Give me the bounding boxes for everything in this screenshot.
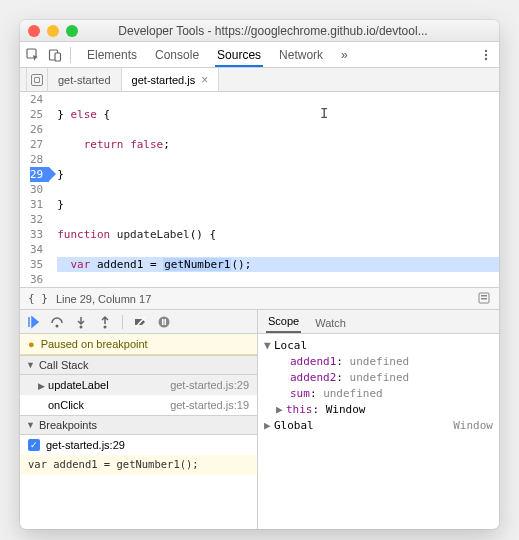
frame-location: get-started.js:19 — [170, 399, 249, 411]
tab-console[interactable]: Console — [153, 43, 201, 67]
tab-scope[interactable]: Scope — [266, 311, 301, 333]
breakpoints-header[interactable]: ▼ Breakpoints — [20, 415, 257, 435]
window-title: Developer Tools - https://googlechrome.g… — [85, 24, 491, 38]
pretty-print-icon[interactable]: { } — [28, 292, 48, 305]
step-into-icon[interactable] — [74, 315, 88, 329]
svg-point-13 — [159, 316, 170, 327]
svg-point-3 — [485, 49, 487, 51]
scope-local[interactable]: ▼Local — [264, 338, 493, 354]
svg-rect-2 — [55, 53, 61, 61]
line-number[interactable]: 35 — [30, 257, 43, 272]
line-number[interactable]: 27 — [30, 137, 43, 152]
file-tab-label: get-started — [58, 74, 111, 86]
device-icon[interactable] — [48, 48, 62, 62]
scope-var[interactable]: addend2: undefined — [264, 370, 493, 386]
file-tab-get-started-js[interactable]: get-started.js × — [122, 68, 220, 91]
scope-var[interactable]: addend1: undefined — [264, 354, 493, 370]
line-number[interactable]: 25 — [30, 107, 43, 122]
svg-rect-14 — [162, 319, 164, 325]
paused-message: Paused on breakpoint — [41, 338, 148, 350]
svg-point-9 — [56, 324, 59, 327]
scope-global[interactable]: ▶Global Window — [264, 418, 493, 434]
deactivate-breakpoints-icon[interactable] — [133, 315, 147, 329]
cursor-position: Line 29, Column 17 — [56, 293, 151, 305]
frame-location: get-started.js:29 — [170, 379, 249, 391]
gutter[interactable]: 24 25 26 27 28 29 30 31 32 33 34 35 36 — [20, 92, 49, 287]
disclosure-down-icon: ▼ — [264, 338, 274, 354]
file-tabs: get-started get-started.js × — [20, 68, 499, 92]
code-body[interactable]: } else { return false; } } function upda… — [49, 92, 499, 287]
file-tab-label: get-started.js — [132, 74, 196, 86]
scope-tabs: Scope Watch — [258, 310, 499, 334]
line-number[interactable]: 31 — [30, 197, 43, 212]
code-editor[interactable]: 24 25 26 27 28 29 30 31 32 33 34 35 36 }… — [20, 92, 499, 287]
svg-rect-8 — [481, 298, 487, 300]
scope-this[interactable]: ▶this: Window — [264, 402, 493, 418]
status-bar: { } Line 29, Column 17 — [20, 287, 499, 309]
disclosure-right-icon: ▶ — [264, 418, 274, 434]
titlebar: Developer Tools - https://googlechrome.g… — [20, 20, 499, 42]
stack-frame[interactable]: onClick get-started.js:19 — [20, 395, 257, 415]
pause-exceptions-icon[interactable] — [157, 315, 171, 329]
devtools-window: Developer Tools - https://googlechrome.g… — [20, 20, 499, 529]
line-number[interactable]: 32 — [30, 212, 43, 227]
disclosure-right-icon: ▶ — [276, 402, 286, 418]
file-tab-get-started[interactable]: get-started — [48, 68, 122, 91]
line-number-breakpoint[interactable]: 29 — [30, 167, 49, 182]
debugger-pane: ● Paused on breakpoint ▼ Call Stack ▶ up… — [20, 309, 499, 529]
line-number[interactable]: 34 — [30, 242, 43, 257]
svg-point-11 — [104, 325, 107, 328]
coverage-icon[interactable] — [477, 291, 491, 307]
kebab-icon[interactable] — [479, 48, 493, 62]
tab-network[interactable]: Network — [277, 43, 325, 67]
breakpoint-snippet: var addend1 = getNumber1(); — [20, 455, 257, 475]
disclosure-down-icon: ▼ — [26, 420, 35, 430]
step-out-icon[interactable] — [98, 315, 112, 329]
line-number[interactable]: 28 — [30, 152, 43, 167]
svg-point-4 — [485, 53, 487, 55]
resume-icon[interactable] — [26, 315, 40, 329]
tabs-overflow[interactable]: » — [339, 43, 350, 67]
line-number[interactable]: 36 — [30, 272, 43, 287]
line-number[interactable]: 24 — [30, 92, 43, 107]
debug-controls — [20, 310, 257, 334]
step-over-icon[interactable] — [50, 315, 64, 329]
svg-rect-15 — [165, 319, 167, 325]
line-number[interactable]: 30 — [30, 182, 43, 197]
info-icon: ● — [28, 338, 35, 350]
zoom-window-button[interactable] — [66, 25, 78, 37]
inspect-icon[interactable] — [26, 48, 40, 62]
navigator-toggle-icon[interactable] — [26, 68, 48, 91]
scope-var[interactable]: sum: undefined — [264, 386, 493, 402]
text-cursor-icon: I — [320, 106, 328, 121]
breakpoint-item[interactable]: get-started.js:29 — [20, 435, 257, 455]
panel-tabs: Elements Console Sources Network » — [85, 43, 350, 67]
tab-watch[interactable]: Watch — [313, 313, 348, 333]
checkbox-checked-icon[interactable] — [28, 439, 40, 451]
scope-tree[interactable]: ▼Local addend1: undefined addend2: undef… — [258, 334, 499, 438]
svg-rect-7 — [481, 295, 487, 297]
main-toolbar: Elements Console Sources Network » — [20, 42, 499, 68]
paused-banner: ● Paused on breakpoint — [20, 334, 257, 355]
close-icon[interactable]: × — [201, 73, 208, 87]
svg-point-10 — [80, 325, 83, 328]
debugger-right: Scope Watch ▼Local addend1: undefined ad… — [258, 310, 499, 529]
debugger-left: ● Paused on breakpoint ▼ Call Stack ▶ up… — [20, 310, 258, 529]
tab-elements[interactable]: Elements — [85, 43, 139, 67]
close-window-button[interactable] — [28, 25, 40, 37]
line-number[interactable]: 26 — [30, 122, 43, 137]
stack-frame[interactable]: ▶ updateLabel get-started.js:29 — [20, 375, 257, 395]
disclosure-down-icon: ▼ — [26, 360, 35, 370]
minimize-window-button[interactable] — [47, 25, 59, 37]
line-number[interactable]: 33 — [30, 227, 43, 242]
current-frame-icon: ▶ — [38, 381, 45, 391]
tab-sources[interactable]: Sources — [215, 43, 263, 67]
call-stack-header[interactable]: ▼ Call Stack — [20, 355, 257, 375]
svg-point-5 — [485, 57, 487, 59]
